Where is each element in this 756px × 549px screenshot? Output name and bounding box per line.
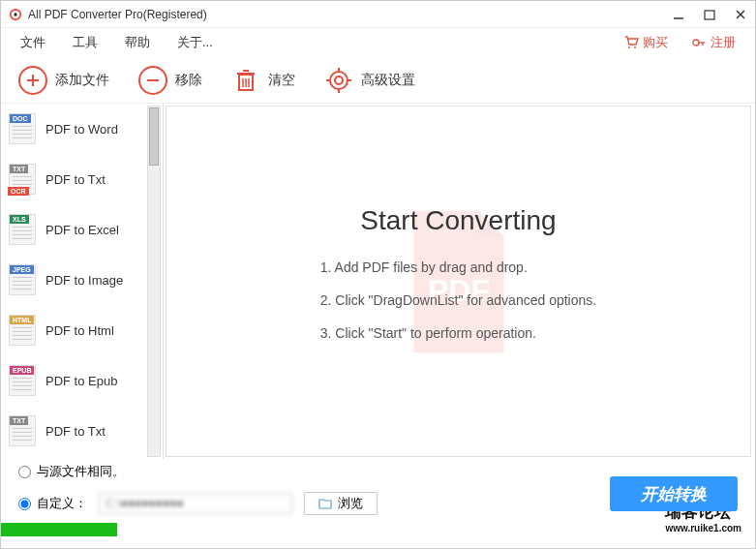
settings-button[interactable]: 高级设置 bbox=[324, 66, 415, 95]
custom-radio[interactable] bbox=[18, 498, 31, 510]
start-button[interactable]: 开始转换 bbox=[610, 476, 738, 511]
svg-point-20 bbox=[330, 72, 348, 89]
format-label: PDF to Excel bbox=[45, 223, 119, 237]
format-file-icon: JPEG bbox=[9, 264, 36, 295]
format-label: PDF to Html bbox=[45, 323, 114, 338]
buy-button[interactable]: 购买 bbox=[623, 34, 668, 51]
minimize-button[interactable] bbox=[672, 8, 685, 21]
maximize-button[interactable] bbox=[703, 8, 716, 21]
format-item[interactable]: JPEGPDF to Image bbox=[1, 255, 146, 305]
svg-point-8 bbox=[693, 40, 699, 46]
format-file-icon: TXT bbox=[9, 415, 36, 446]
buy-label: 购买 bbox=[643, 34, 668, 51]
output-panel: 与源文件相同。 自定义： 浏览 开始转换 bbox=[1, 459, 755, 523]
titlebar: All PDF Converter Pro(Registered) bbox=[1, 1, 755, 28]
add-label: 添加文件 bbox=[55, 72, 109, 89]
scrollbar[interactable] bbox=[147, 106, 161, 457]
menu-about[interactable]: 关于... bbox=[177, 34, 213, 51]
format-file-icon: EPUB bbox=[9, 365, 36, 396]
step-1: 1. Add PDF files by drag and drop. bbox=[320, 259, 596, 275]
footer: 瑞客论坛 www.ruike1.com bbox=[1, 523, 755, 536]
svg-point-1 bbox=[14, 13, 17, 16]
step-3: 3. Click "Start" to perform operation. bbox=[320, 325, 596, 341]
menu-file[interactable]: 文件 bbox=[20, 34, 45, 51]
clear-label: 清空 bbox=[268, 72, 295, 89]
browse-label: 浏览 bbox=[338, 495, 363, 512]
path-input[interactable] bbox=[99, 493, 292, 514]
format-item[interactable]: XMLPDF to XML bbox=[1, 456, 146, 459]
register-button[interactable]: 注册 bbox=[691, 34, 736, 51]
minus-icon bbox=[138, 66, 167, 95]
format-file-icon: DOC bbox=[9, 113, 36, 144]
main-title: Start Converting bbox=[360, 205, 556, 236]
format-item[interactable]: TXTOCRPDF to Txt bbox=[1, 154, 146, 204]
remove-label: 移除 bbox=[175, 72, 202, 89]
format-file-icon: XLS bbox=[9, 214, 36, 245]
register-label: 注册 bbox=[711, 34, 736, 51]
same-source-radio[interactable] bbox=[18, 466, 31, 478]
cart-icon bbox=[623, 35, 639, 50]
clear-button[interactable]: 清空 bbox=[231, 66, 295, 95]
format-file-icon: TXTOCR bbox=[9, 164, 36, 195]
svg-rect-3 bbox=[705, 11, 714, 19]
format-label: PDF to Txt bbox=[45, 172, 106, 187]
format-label: PDF to Epub bbox=[45, 374, 117, 388]
app-icon bbox=[9, 8, 22, 21]
add-file-button[interactable]: 添加文件 bbox=[18, 66, 109, 95]
main-drop-area[interactable]: PDF Start Converting 1. Add PDF files by… bbox=[166, 106, 751, 457]
format-label: PDF to Image bbox=[45, 273, 123, 288]
remove-button[interactable]: 移除 bbox=[138, 66, 202, 95]
key-icon bbox=[691, 35, 707, 50]
content-area: DOCPDF to WordTXTOCRPDF to TxtXLSPDF to … bbox=[1, 104, 755, 459]
same-source-label: 与源文件相同。 bbox=[37, 463, 125, 480]
step-2: 2. Click "DragDownList" for advanced opt… bbox=[320, 292, 596, 308]
svg-point-6 bbox=[628, 46, 630, 48]
svg-point-21 bbox=[335, 76, 343, 84]
trash-icon bbox=[231, 66, 260, 95]
format-file-icon: HTML bbox=[9, 315, 36, 346]
toolbar: 添加文件 移除 清空 高级设置 bbox=[1, 57, 755, 104]
format-item[interactable]: EPUBPDF to Epub bbox=[1, 355, 146, 406]
format-item[interactable]: DOCPDF to Word bbox=[1, 104, 146, 154]
scroll-thumb[interactable] bbox=[149, 107, 159, 166]
plus-icon bbox=[18, 66, 47, 95]
format-item[interactable]: XLSPDF to Excel bbox=[1, 204, 146, 255]
format-label: PDF to Txt bbox=[45, 424, 106, 439]
window-title: All PDF Converter Pro(Registered) bbox=[28, 8, 672, 21]
menubar: 文件 工具 帮助 关于... 购买 注册 bbox=[1, 28, 755, 57]
custom-label: 自定义： bbox=[37, 495, 87, 512]
folder-icon bbox=[318, 498, 332, 509]
close-button[interactable] bbox=[734, 8, 747, 21]
sidebar[interactable]: DOCPDF to WordTXTOCRPDF to TxtXLSPDF to … bbox=[1, 104, 164, 459]
settings-label: 高级设置 bbox=[361, 72, 415, 89]
gear-icon bbox=[324, 66, 353, 95]
progress-bar bbox=[1, 523, 117, 536]
format-item[interactable]: TXTPDF to Txt bbox=[1, 406, 146, 456]
menu-help[interactable]: 帮助 bbox=[125, 34, 150, 51]
browse-button[interactable]: 浏览 bbox=[304, 492, 378, 515]
svg-point-7 bbox=[634, 46, 636, 48]
format-label: PDF to Word bbox=[45, 122, 118, 137]
format-item[interactable]: HTMLPDF to Html bbox=[1, 305, 146, 355]
menu-tools[interactable]: 工具 bbox=[73, 34, 98, 51]
